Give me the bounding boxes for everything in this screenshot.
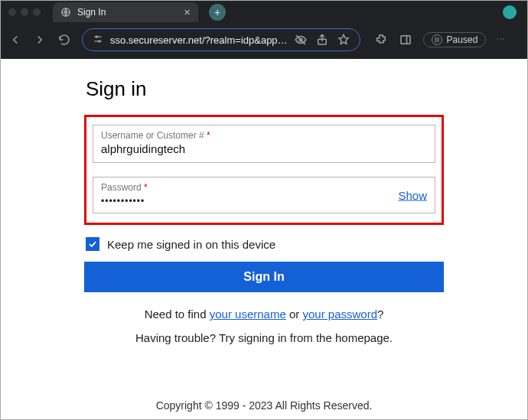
extensions-icon[interactable] bbox=[374, 33, 388, 47]
required-mark: * bbox=[207, 130, 210, 141]
browser-toolbar: sso.secureserver.net/?realm=idp&app… bbox=[1, 24, 527, 59]
keep-signed-row[interactable]: Keep me signed in on this device bbox=[86, 237, 444, 251]
sign-in-button[interactable]: Sign In bbox=[84, 262, 444, 292]
kebab-menu-icon[interactable]: ⋮ bbox=[497, 35, 505, 44]
copyright-footer: Copyright © 1999 - 2023 All Rights Reser… bbox=[1, 399, 527, 420]
required-mark: * bbox=[144, 182, 148, 193]
side-panel-icon[interactable] bbox=[399, 33, 412, 47]
window-minimize-icon[interactable] bbox=[21, 8, 28, 16]
close-icon[interactable]: ✕ bbox=[184, 8, 191, 18]
bookmark-star-icon[interactable] bbox=[337, 33, 350, 47]
check-icon bbox=[87, 239, 98, 249]
pause-badge-icon bbox=[432, 34, 442, 45]
globe-icon bbox=[60, 7, 71, 18]
password-label: Password * bbox=[101, 182, 427, 193]
page-content: Sign in Username or Customer # * Passwor… bbox=[1, 59, 527, 420]
svg-point-1 bbox=[96, 35, 97, 37]
svg-point-2 bbox=[99, 40, 100, 41]
window-close-icon[interactable] bbox=[8, 8, 16, 16]
window-maximize-icon[interactable] bbox=[33, 8, 41, 16]
trouble-text: Having trouble? Try signing in from the … bbox=[84, 331, 444, 344]
svg-rect-7 bbox=[437, 37, 438, 42]
url-text: sso.secureserver.net/?realm=idp&app… bbox=[110, 34, 288, 46]
browser-chrome: Sign In ✕ + sso.secureserver.net/?realm=… bbox=[1, 1, 527, 59]
find-credentials-helper: Need to find your username or your passw… bbox=[84, 308, 444, 321]
username-label: Username or Customer # * bbox=[101, 130, 427, 141]
profile-avatar[interactable] bbox=[503, 5, 517, 19]
credentials-highlight: Username or Customer # * Password * ••••… bbox=[84, 115, 444, 225]
signin-card: Sign in Username or Customer # * Passwor… bbox=[84, 77, 444, 344]
svg-rect-5 bbox=[401, 36, 410, 44]
address-bar[interactable]: sso.secureserver.net/?realm=idp&app… bbox=[82, 28, 360, 51]
browser-tab[interactable]: Sign In ✕ bbox=[53, 2, 198, 22]
back-icon[interactable] bbox=[8, 33, 22, 47]
titlebar: Sign In ✕ + bbox=[1, 1, 527, 24]
keep-signed-label: Keep me signed in on this device bbox=[107, 238, 275, 251]
svg-rect-6 bbox=[435, 37, 436, 42]
username-input[interactable] bbox=[101, 141, 427, 155]
toolbar-right: Paused ⋮ bbox=[374, 32, 506, 47]
username-field[interactable]: Username or Customer # * bbox=[93, 125, 435, 163]
password-masked-value: ••••••••••• bbox=[101, 193, 145, 207]
profile-paused-button[interactable]: Paused bbox=[423, 32, 487, 47]
keep-signed-checkbox[interactable] bbox=[86, 237, 99, 251]
reload-icon[interactable] bbox=[57, 33, 71, 47]
password-field[interactable]: Password * ••••••••••• Show bbox=[93, 177, 435, 213]
address-actions bbox=[294, 33, 350, 47]
show-password-link[interactable]: Show bbox=[398, 189, 427, 202]
find-password-link[interactable]: your password bbox=[302, 308, 377, 321]
find-username-link[interactable]: your username bbox=[210, 308, 286, 321]
page-title: Sign in bbox=[84, 77, 444, 101]
share-icon[interactable] bbox=[315, 33, 329, 47]
forward-icon[interactable] bbox=[33, 33, 47, 47]
site-controls-icon[interactable] bbox=[92, 34, 104, 47]
eye-off-icon[interactable] bbox=[294, 33, 308, 47]
tab-title: Sign In bbox=[77, 7, 106, 18]
window-controls bbox=[8, 8, 41, 16]
paused-label: Paused bbox=[447, 34, 478, 45]
new-tab-button[interactable]: + bbox=[209, 4, 226, 21]
